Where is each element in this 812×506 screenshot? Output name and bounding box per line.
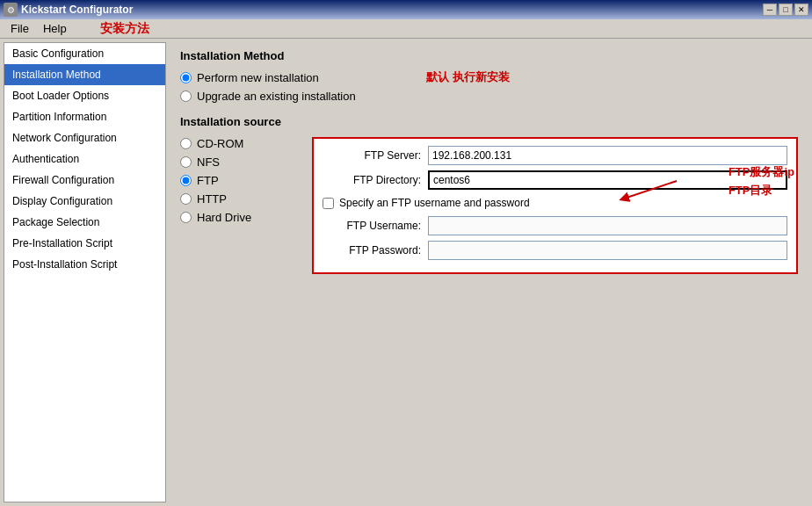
- http-radio[interactable]: [180, 193, 192, 205]
- new-install-radio[interactable]: [180, 72, 192, 83]
- ftp-password-input[interactable]: [428, 241, 787, 260]
- annotation-ftp-info: FTP服务器ip FTP目录: [729, 163, 794, 200]
- title-bar-buttons: ─ □ ✕: [763, 4, 808, 16]
- install-method-radio-group: Perform new installation Upgrade an exis…: [180, 71, 798, 103]
- specify-credentials-checkbox[interactable]: [323, 198, 334, 209]
- menu-bar: File Help 安装方法: [0, 19, 812, 39]
- minimize-button[interactable]: ─: [763, 4, 777, 16]
- menu-file[interactable]: File: [4, 20, 36, 37]
- nfs-row: NFS: [180, 155, 312, 169]
- upgrade-row: Upgrade an existing installation: [180, 90, 798, 103]
- window-title: Kickstart Configurator: [21, 4, 133, 16]
- nfs-label: NFS: [197, 155, 220, 169]
- ftp-password-label: FTP Password:: [323, 244, 428, 257]
- http-label: HTTP: [197, 192, 227, 206]
- ftp-server-row: FTP Server:: [323, 146, 787, 165]
- sidebar-item-partition-info[interactable]: Partition Information: [4, 106, 165, 127]
- ftp-row: FTP: [180, 174, 312, 187]
- app-icon: ⚙: [4, 3, 18, 17]
- sidebar: Basic Configuration Installation Method …: [4, 42, 166, 502]
- close-button[interactable]: ✕: [794, 4, 808, 16]
- http-row: HTTP: [180, 192, 312, 206]
- ftp-server-label: FTP Server:: [323, 149, 428, 162]
- title-bar: ⚙ Kickstart Configurator ─ □ ✕: [0, 0, 812, 19]
- maximize-button[interactable]: □: [779, 4, 793, 16]
- annotation-install-method: 安装方法: [100, 21, 149, 37]
- cdrom-row: CD-ROM: [180, 137, 312, 150]
- hard-drive-radio[interactable]: [180, 212, 192, 223]
- sidebar-item-authentication[interactable]: Authentication: [4, 148, 165, 170]
- ftp-directory-label: FTP Directory:: [323, 174, 428, 186]
- harddrive-row: Hard Drive: [180, 211, 312, 224]
- ftp-directory-row: FTP Directory:: [323, 170, 787, 190]
- new-install-label: Perform new installation: [197, 71, 319, 84]
- sidebar-item-firewall-config[interactable]: Firewall Configuration: [4, 170, 165, 191]
- cdrom-label: CD-ROM: [197, 137, 243, 150]
- ftp-username-row: FTP Username:: [323, 216, 787, 235]
- nfs-radio[interactable]: [180, 156, 192, 168]
- ftp-server-input[interactable]: [428, 146, 787, 165]
- sidebar-item-post-install[interactable]: Post-Installation Script: [4, 254, 165, 275]
- sidebar-item-installation-method[interactable]: Installation Method: [4, 64, 165, 85]
- sidebar-item-pre-install[interactable]: Pre-Installation Script: [4, 233, 165, 254]
- ftp-username-label: FTP Username:: [323, 220, 428, 232]
- sidebar-item-boot-loader[interactable]: Boot Loader Options: [4, 85, 165, 106]
- source-layout: CD-ROM NFS FTP HTTP Hard Drive: [180, 137, 798, 274]
- ftp-password-row: FTP Password:: [323, 241, 787, 260]
- title-bar-left: ⚙ Kickstart Configurator: [4, 3, 133, 17]
- hard-drive-label: Hard Drive: [197, 211, 251, 224]
- ftp-label: FTP: [197, 174, 219, 187]
- sidebar-item-network-config[interactable]: Network Configuration: [4, 127, 165, 148]
- specify-credentials-row: Specify an FTP username and password: [323, 197, 787, 209]
- upgrade-label: Upgrade an existing installation: [197, 90, 356, 103]
- content-area: Installation Method Perform new installa…: [170, 42, 808, 502]
- ftp-username-input[interactable]: [428, 216, 787, 235]
- ftp-radio[interactable]: [180, 175, 192, 186]
- menu-help[interactable]: Help: [36, 20, 74, 37]
- annotation-ftp-directory: FTP目录: [729, 184, 773, 197]
- installation-source-title: Installation source: [180, 115, 798, 128]
- specify-credentials-label: Specify an FTP username and password: [339, 197, 530, 209]
- sidebar-item-display-config[interactable]: Display Configuration: [4, 191, 165, 212]
- upgrade-radio[interactable]: [180, 90, 192, 102]
- cdrom-radio[interactable]: [180, 138, 192, 149]
- sidebar-item-package-selection[interactable]: Package Selection: [4, 212, 165, 233]
- ftp-config-panel: FTP Server: FTP Directory: Specify an FT…: [312, 137, 798, 274]
- main-container: Basic Configuration Installation Method …: [0, 39, 812, 506]
- sidebar-item-basic-config[interactable]: Basic Configuration: [4, 43, 165, 64]
- annotation-default-install: 默认 执行新安装: [426, 69, 510, 85]
- annotation-ftp-server-ip: FTP服务器ip: [729, 165, 794, 178]
- installation-method-title: Installation Method: [180, 49, 798, 62]
- source-options: CD-ROM NFS FTP HTTP Hard Drive: [180, 137, 312, 274]
